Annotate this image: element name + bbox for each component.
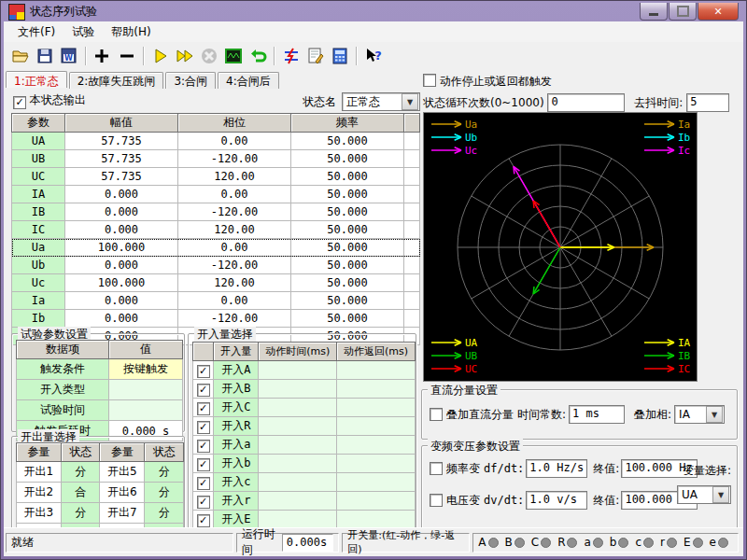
param-value-cell[interactable]: 0.00 bbox=[178, 239, 291, 257]
param-row-IA[interactable]: IA0.0000.0050.000 bbox=[12, 186, 420, 203]
trigger-row[interactable]: 试验时间 bbox=[17, 400, 183, 421]
param-name-cell[interactable]: Ib bbox=[12, 310, 65, 328]
param-value-cell[interactable]: 57.735 bbox=[65, 133, 178, 150]
param-value-cell[interactable]: 50.000 bbox=[291, 221, 404, 239]
param-value-cell[interactable]: 0.000 bbox=[65, 257, 178, 274]
loop-count-input[interactable]: 0 bbox=[547, 93, 625, 112]
param-name-cell[interactable]: IA bbox=[12, 186, 65, 203]
calculator-icon[interactable] bbox=[329, 45, 351, 67]
input-checkbox-cell[interactable]: ✓ bbox=[193, 399, 214, 417]
input-checkbox-cell[interactable]: ✓ bbox=[193, 380, 214, 399]
var-select-combobox[interactable]: UA ▼ bbox=[677, 485, 731, 504]
param-value-cell[interactable]: 0.000 bbox=[65, 203, 178, 221]
input-enable-checkbox[interactable]: ✓ bbox=[197, 496, 210, 509]
input-act-time-cell[interactable] bbox=[259, 436, 337, 455]
param-value-cell[interactable]: 100.000 bbox=[65, 274, 178, 292]
dc-superpose-checkbox[interactable] bbox=[430, 408, 443, 421]
param-name-cell[interactable]: UA bbox=[12, 133, 65, 150]
param-value-cell[interactable] bbox=[404, 292, 420, 310]
param-row-IC[interactable]: IC0.000120.0050.000 bbox=[12, 221, 420, 239]
param-value-cell[interactable]: 100.000 bbox=[65, 239, 178, 257]
minimize-button[interactable] bbox=[640, 3, 668, 21]
state-name-combobox[interactable]: 正常态 ▼ bbox=[342, 92, 420, 111]
input-enable-checkbox[interactable]: ✓ bbox=[197, 421, 210, 434]
param-value-cell[interactable] bbox=[404, 168, 420, 186]
trigger-value-cell[interactable] bbox=[109, 400, 183, 421]
waveform-icon[interactable] bbox=[222, 45, 245, 67]
input-enable-checkbox[interactable]: ✓ bbox=[197, 402, 210, 415]
param-value-cell[interactable] bbox=[404, 221, 420, 239]
trigger-value-cell[interactable]: 按键触发 bbox=[109, 359, 183, 380]
freq-ramp-checkbox[interactable] bbox=[430, 462, 443, 475]
param-name-cell[interactable]: IB bbox=[12, 203, 65, 221]
input-ret-time-cell[interactable] bbox=[337, 417, 416, 436]
undo-icon[interactable] bbox=[247, 45, 269, 67]
param-row-Ib[interactable]: Ib0.000-120.0050.000 bbox=[12, 310, 420, 328]
input-act-time-cell[interactable] bbox=[259, 361, 337, 380]
input-checkbox-cell[interactable]: ✓ bbox=[193, 417, 214, 436]
input-enable-checkbox[interactable]: ✓ bbox=[197, 440, 210, 453]
trigger-mode-checkbox[interactable] bbox=[423, 74, 436, 87]
chevron-down-icon[interactable]: ▼ bbox=[712, 486, 729, 503]
param-value-cell[interactable] bbox=[404, 150, 420, 168]
param-value-cell[interactable] bbox=[404, 203, 420, 221]
param-value-cell[interactable] bbox=[404, 257, 420, 274]
output-name-cell[interactable]: 开出3 bbox=[17, 503, 62, 524]
input-ret-time-cell[interactable] bbox=[337, 511, 416, 529]
output-state-cell[interactable]: 分 bbox=[145, 503, 184, 524]
trigger-value-cell[interactable] bbox=[109, 380, 183, 400]
param-name-cell[interactable]: Uc bbox=[12, 274, 65, 292]
tab-state-1[interactable]: 1:正常态 bbox=[6, 71, 67, 88]
state-output-checkbox[interactable]: ✓ bbox=[13, 96, 26, 109]
param-value-cell[interactable] bbox=[404, 186, 420, 203]
param-value-cell[interactable]: -120.00 bbox=[178, 310, 291, 328]
param-row-Uc[interactable]: Uc100.000120.0050.000 bbox=[12, 274, 420, 292]
param-name-cell[interactable]: IC bbox=[12, 221, 65, 239]
param-value-cell[interactable]: 50.000 bbox=[291, 310, 404, 328]
param-value-cell[interactable]: 0.00 bbox=[178, 292, 291, 310]
param-value-cell[interactable]: 0.00 bbox=[178, 186, 291, 203]
param-value-cell[interactable]: -120.00 bbox=[178, 257, 291, 274]
chevron-down-icon[interactable]: ▼ bbox=[706, 406, 723, 423]
param-value-cell[interactable] bbox=[404, 274, 420, 292]
input-act-time-cell[interactable] bbox=[259, 492, 337, 511]
param-value-cell[interactable]: 50.000 bbox=[291, 292, 404, 310]
maximize-button[interactable] bbox=[669, 3, 697, 21]
param-value-cell[interactable]: 50.000 bbox=[291, 168, 404, 186]
input-act-time-cell[interactable] bbox=[259, 380, 337, 399]
param-name-cell[interactable]: UC bbox=[12, 168, 65, 186]
param-value-cell[interactable]: 0.000 bbox=[65, 310, 178, 328]
input-act-time-cell[interactable] bbox=[259, 417, 337, 436]
param-row-IB[interactable]: IB0.000-120.0050.000 bbox=[12, 203, 420, 221]
volt-ramp-checkbox[interactable] bbox=[430, 494, 443, 507]
dc-phase-combobox[interactable]: IA ▼ bbox=[674, 405, 725, 424]
param-row-UC[interactable]: UC57.735120.0050.000 bbox=[12, 168, 420, 186]
trigger-row[interactable]: 触发条件按键触发 bbox=[17, 359, 183, 380]
input-act-time-cell[interactable] bbox=[259, 455, 337, 473]
debounce-input[interactable]: 5 bbox=[686, 93, 729, 112]
param-row-Ia[interactable]: Ia0.0000.0050.000 bbox=[12, 292, 420, 310]
param-value-cell[interactable] bbox=[404, 133, 420, 150]
param-value-cell[interactable]: -120.00 bbox=[178, 203, 291, 221]
param-name-cell[interactable]: UB bbox=[12, 150, 65, 168]
param-value-cell[interactable]: 50.000 bbox=[291, 203, 404, 221]
output-name-cell[interactable]: 开出5 bbox=[100, 462, 145, 483]
param-value-cell[interactable]: 57.735 bbox=[65, 150, 178, 168]
input-enable-checkbox[interactable]: ✓ bbox=[197, 514, 210, 527]
stop-icon[interactable] bbox=[198, 45, 220, 67]
add-icon[interactable] bbox=[92, 45, 114, 67]
param-value-cell[interactable]: 50.000 bbox=[291, 239, 404, 257]
param-value-cell[interactable]: 0.000 bbox=[65, 292, 178, 310]
remove-icon[interactable] bbox=[116, 45, 138, 67]
input-checkbox-cell[interactable]: ✓ bbox=[193, 436, 214, 455]
param-value-cell[interactable]: 50.000 bbox=[291, 186, 404, 203]
input-enable-checkbox[interactable]: ✓ bbox=[197, 477, 210, 490]
dc-tc-input[interactable]: 1 ms bbox=[569, 405, 625, 424]
param-value-cell[interactable] bbox=[404, 239, 420, 257]
param-value-cell[interactable]: 120.00 bbox=[178, 221, 291, 239]
output-name-cell[interactable]: 开出2 bbox=[17, 483, 62, 503]
input-checkbox-cell[interactable]: ✓ bbox=[193, 473, 214, 492]
trigger-row[interactable]: 开入类型 bbox=[17, 380, 183, 400]
param-name-cell[interactable]: Ua bbox=[12, 239, 65, 257]
input-ret-time-cell[interactable] bbox=[337, 380, 416, 399]
